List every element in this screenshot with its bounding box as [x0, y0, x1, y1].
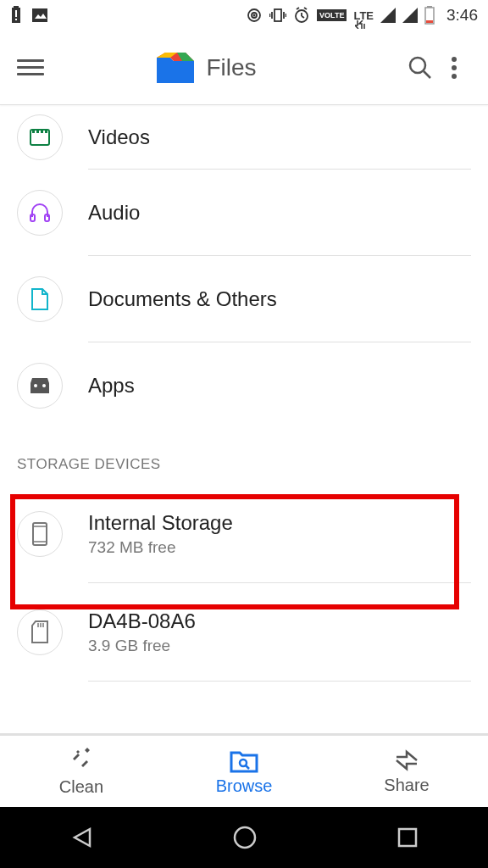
nav-label: Share — [384, 776, 429, 795]
svg-rect-23 — [426, 20, 433, 23]
home-button[interactable] — [232, 825, 258, 850]
videos-icon — [17, 114, 63, 160]
svg-rect-1 — [14, 6, 19, 8]
storage-subtitle: 732 MB free — [88, 538, 471, 557]
svg-rect-33 — [45, 130, 47, 133]
svg-rect-31 — [36, 130, 39, 133]
phone-icon — [17, 511, 63, 557]
nav-label: Browse — [216, 776, 273, 796]
svg-line-16 — [302, 16, 304, 18]
recent-button[interactable] — [396, 826, 419, 849]
svg-rect-4 — [32, 8, 47, 22]
back-button[interactable] — [69, 826, 93, 849]
svg-point-8 — [253, 14, 256, 17]
svg-marker-46 — [75, 829, 90, 846]
storage-subtitle: 3.9 GB free — [88, 637, 471, 655]
more-icon — [452, 57, 457, 79]
status-bar: VOLTE LTE 3:46 — [0, 0, 488, 31]
svg-rect-3 — [15, 19, 17, 20]
more-button[interactable] — [437, 51, 471, 85]
bottom-nav: Clean Browse Share — [0, 733, 488, 807]
share-icon — [393, 748, 420, 772]
signal-icon-2 — [402, 8, 418, 23]
audio-icon — [17, 190, 63, 236]
section-header-storage: STORAGE DEVICES — [0, 429, 488, 485]
svg-rect-32 — [41, 130, 43, 133]
category-label: Videos — [88, 105, 471, 170]
svg-rect-30 — [32, 130, 35, 133]
nav-clean[interactable]: Clean — [0, 736, 163, 807]
hotspot-icon — [246, 7, 263, 24]
category-apps[interactable]: Apps — [0, 342, 488, 429]
nav-browse[interactable]: Browse — [163, 736, 325, 807]
svg-rect-9 — [274, 9, 281, 21]
battery-icon — [424, 6, 435, 25]
documents-icon — [17, 276, 63, 322]
svg-rect-48 — [399, 829, 416, 846]
svg-marker-19 — [380, 8, 396, 23]
browse-icon — [230, 748, 258, 773]
vibrate-icon — [269, 7, 286, 24]
svg-point-37 — [42, 384, 46, 387]
svg-point-44 — [240, 760, 247, 766]
status-time: 3:46 — [446, 6, 478, 25]
svg-point-27 — [410, 58, 425, 73]
alarm-icon — [293, 7, 310, 24]
category-label: Documents & Others — [88, 256, 471, 342]
storage-sdcard[interactable]: DA4B-08A6 3.9 GB free — [0, 583, 488, 682]
content-scroll[interactable]: Videos Audio Documents & Others Apps STO… — [0, 105, 488, 682]
category-label: Apps — [88, 342, 471, 429]
search-button[interactable] — [403, 51, 437, 85]
svg-line-28 — [424, 71, 430, 78]
android-nav-bar — [0, 807, 488, 868]
nav-share[interactable]: Share — [325, 736, 488, 807]
category-label: Audio — [88, 170, 471, 256]
search-icon — [408, 55, 433, 81]
category-documents[interactable]: Documents & Others — [0, 256, 488, 342]
svg-point-36 — [34, 384, 37, 387]
storage-title: DA4B-08A6 — [88, 609, 471, 633]
image-icon — [30, 6, 49, 25]
clean-icon — [68, 747, 95, 774]
category-videos[interactable]: Videos — [0, 105, 488, 170]
storage-title: Internal Storage — [88, 511, 471, 535]
app-bar: Files — [0, 31, 488, 105]
app-title: Files — [206, 54, 256, 81]
battery-warn-icon — [10, 6, 22, 25]
svg-point-47 — [235, 827, 255, 848]
volte-badge: VOLTE — [317, 9, 347, 21]
lte-badge: LTE — [353, 9, 374, 22]
svg-marker-20 — [402, 8, 418, 23]
svg-rect-2 — [15, 10, 17, 17]
signal-icon — [380, 8, 396, 23]
svg-line-18 — [304, 8, 307, 9]
svg-rect-22 — [427, 6, 432, 8]
files-logo-icon — [157, 53, 194, 83]
sdcard-icon — [17, 609, 63, 655]
category-audio[interactable]: Audio — [0, 170, 488, 256]
apps-icon — [17, 363, 63, 409]
svg-line-45 — [246, 765, 249, 769]
svg-line-17 — [297, 8, 299, 9]
nav-label: Clean — [59, 777, 103, 797]
storage-internal[interactable]: Internal Storage 732 MB free — [0, 485, 488, 583]
